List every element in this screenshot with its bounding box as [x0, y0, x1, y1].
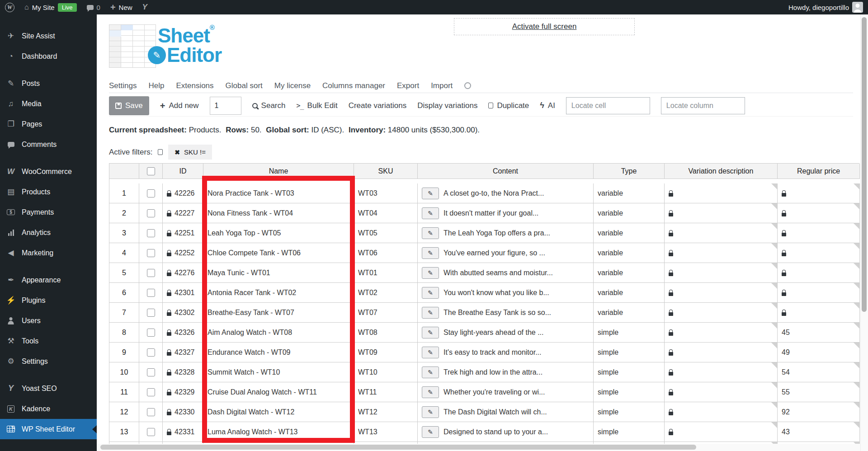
edit-content-button[interactable]: ✎: [422, 327, 439, 338]
fullscreen-toggle[interactable]: Activate full screen: [454, 18, 635, 35]
menu-item-global-sort[interactable]: Global sort: [226, 81, 263, 90]
sidebar-item-media[interactable]: ♫ Media: [0, 94, 97, 114]
sidebar-item-kadence[interactable]: K Kadence: [0, 399, 97, 419]
ai-button[interactable]: ϟ AI: [540, 101, 555, 110]
name-cell[interactable]: Nona Fitness Tank - WT04: [203, 203, 354, 223]
name-cell[interactable]: Luma Analog Watch - WT13: [203, 422, 354, 442]
row-checkbox[interactable]: [147, 189, 155, 197]
bulk-edit-button[interactable]: >_ Bulk Edit: [296, 101, 337, 110]
vertical-scrollbar-thumb[interactable]: [862, 17, 867, 312]
regular-price-cell[interactable]: 43: [778, 422, 860, 442]
edit-content-button[interactable]: ✎: [422, 426, 439, 438]
menu-item-import[interactable]: Import: [431, 81, 453, 90]
type-cell[interactable]: simple: [594, 323, 665, 343]
menu-item-help[interactable]: Help: [148, 81, 164, 90]
edit-content-button[interactable]: ✎: [422, 227, 439, 239]
site-name-link[interactable]: ⌂ My Site Live: [19, 0, 82, 14]
type-cell[interactable]: variable: [594, 263, 665, 283]
wordpress-menu-button[interactable]: W: [0, 0, 19, 14]
sidebar-item-woocommerce[interactable]: W WooCommerce: [0, 161, 97, 182]
sku-cell[interactable]: WT08: [354, 323, 418, 343]
sidebar-item-tools[interactable]: ⚒ Tools: [0, 331, 97, 351]
name-cell[interactable]: Nora Practice Tank - WT03: [203, 183, 354, 203]
account-menu-button[interactable]: Howdy, diegoportillo: [783, 0, 868, 14]
name-cell[interactable]: Endurance Watch - WT09: [203, 343, 354, 362]
edit-content-button[interactable]: ✎: [422, 366, 439, 378]
edit-content-button[interactable]: ✎: [422, 386, 439, 398]
select-all-checkbox[interactable]: [147, 167, 155, 175]
sidebar-item-plugins[interactable]: ⚡ Plugins: [0, 290, 97, 310]
regular-price-cell[interactable]: 92: [778, 402, 860, 422]
type-cell[interactable]: variable: [594, 243, 665, 263]
comments-button[interactable]: 0: [82, 0, 105, 14]
column-header-checkbox[interactable]: [139, 164, 163, 179]
search-button[interactable]: Search: [252, 101, 286, 110]
row-checkbox[interactable]: [147, 309, 155, 317]
name-cell[interactable]: Leah Yoga Top - WT05: [203, 223, 354, 243]
edit-content-button[interactable]: ✎: [422, 247, 439, 259]
add-new-button[interactable]: + Add new: [160, 101, 199, 110]
edit-content-button[interactable]: ✎: [422, 307, 439, 319]
name-cell[interactable]: Summit Watch - WT10: [203, 362, 354, 382]
display-variations-button[interactable]: Display variations: [417, 101, 477, 110]
type-cell[interactable]: variable: [594, 303, 665, 323]
menu-item-extensions[interactable]: Extensions: [176, 81, 213, 90]
sidebar-item-products[interactable]: ▤ Products: [0, 182, 97, 202]
menu-item-columns-manager[interactable]: Columns manager: [322, 81, 385, 90]
save-button[interactable]: Save: [109, 96, 149, 115]
edit-content-button[interactable]: ✎: [422, 287, 439, 299]
filter-chip-sku[interactable]: ✖ SKU !=: [168, 145, 212, 160]
horizontal-scrollbar[interactable]: [97, 444, 860, 451]
copy-filters-icon[interactable]: [158, 149, 163, 155]
row-checkbox[interactable]: [147, 229, 155, 237]
fullscreen-link[interactable]: Activate full screen: [512, 22, 577, 31]
name-cell[interactable]: Aim Analog Watch - WT08: [203, 323, 354, 343]
account-icon[interactable]: [464, 82, 471, 89]
edit-content-button[interactable]: ✎: [422, 188, 439, 199]
row-checkbox[interactable]: [147, 329, 155, 337]
sku-cell[interactable]: WT11: [354, 382, 418, 402]
name-cell[interactable]: Dash Digital Watch - WT12: [203, 402, 354, 422]
sidebar-item-site-assist[interactable]: ✈ Site Assist: [0, 26, 97, 46]
row-checkbox[interactable]: [147, 269, 155, 277]
type-cell[interactable]: variable: [594, 223, 665, 243]
row-checkbox[interactable]: [147, 348, 155, 357]
sidebar-item-appearance[interactable]: ✒ Appearance: [0, 270, 97, 290]
edit-content-button[interactable]: ✎: [422, 406, 439, 418]
type-cell[interactable]: variable: [594, 183, 665, 203]
sku-cell[interactable]: WT12: [354, 402, 418, 422]
sku-cell[interactable]: WT04: [354, 203, 418, 223]
sidebar-item-posts[interactable]: ✎ Posts: [0, 73, 97, 94]
type-cell[interactable]: simple: [594, 382, 665, 402]
row-checkbox[interactable]: [147, 408, 155, 416]
sidebar-item-payments[interactable]: $ Payments: [0, 202, 97, 222]
menu-item-export[interactable]: Export: [397, 81, 419, 90]
add-rows-count-input[interactable]: [210, 97, 241, 115]
sidebar-item-settings[interactable]: ⚙ Settings: [0, 351, 97, 371]
edit-content-button[interactable]: ✎: [422, 267, 439, 279]
sku-cell[interactable]: WT10: [354, 362, 418, 382]
sidebar-item-yoast-seo[interactable]: Y Yoast SEO: [0, 378, 97, 399]
row-checkbox[interactable]: [147, 388, 155, 396]
menu-item-my-license[interactable]: My license: [274, 81, 311, 90]
row-checkbox[interactable]: [147, 249, 155, 257]
regular-price-cell[interactable]: 49: [778, 343, 860, 362]
row-checkbox[interactable]: [147, 289, 155, 297]
type-cell[interactable]: variable: [594, 283, 665, 303]
sku-cell[interactable]: WT06: [354, 243, 418, 263]
edit-content-button[interactable]: ✎: [422, 207, 439, 219]
locate-column-input[interactable]: [661, 97, 745, 114]
type-cell[interactable]: simple: [594, 422, 665, 442]
type-cell[interactable]: simple: [594, 362, 665, 382]
sidebar-item-users[interactable]: Users: [0, 310, 97, 331]
sidebar-item-pages[interactable]: ❐ Pages: [0, 114, 97, 134]
row-checkbox[interactable]: [147, 368, 155, 376]
locate-cell-input[interactable]: [566, 97, 650, 114]
sidebar-item-wp-sheet-editor[interactable]: WP Sheet Editor: [0, 419, 97, 439]
horizontal-scrollbar-thumb[interactable]: [100, 445, 696, 450]
sku-cell[interactable]: WT07: [354, 303, 418, 323]
sidebar-item-marketing[interactable]: ◀ Marketing: [0, 243, 97, 263]
duplicate-button[interactable]: Duplicate: [488, 101, 529, 110]
sidebar-item-dashboard[interactable]: ◔ Dashboard: [0, 46, 97, 66]
row-checkbox[interactable]: [147, 209, 155, 217]
